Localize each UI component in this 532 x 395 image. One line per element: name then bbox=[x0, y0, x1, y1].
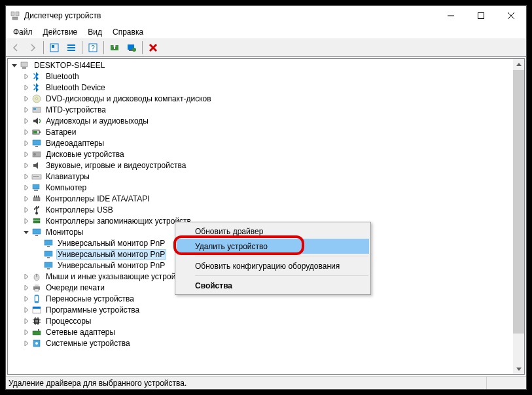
tree-node[interactable]: DVD-дисководы и дисководы компакт-дисков bbox=[8, 93, 513, 104]
expander-icon[interactable] bbox=[21, 218, 31, 224]
svg-rect-64 bbox=[35, 320, 38, 322]
device-icon bbox=[31, 94, 42, 104]
expander-icon[interactable] bbox=[21, 196, 31, 202]
tree-node[interactable]: Системные устройства bbox=[8, 337, 513, 349]
tree-node[interactable]: MTD-устройства bbox=[8, 104, 513, 115]
close-button[interactable] bbox=[496, 6, 526, 26]
back-button[interactable] bbox=[8, 40, 24, 56]
update-driver-button[interactable] bbox=[107, 40, 122, 56]
svg-rect-46 bbox=[33, 229, 41, 234]
tree-node[interactable]: Аудиовходы и аудиовыходы bbox=[8, 115, 513, 126]
toolbar: ? bbox=[6, 39, 526, 57]
device-icon bbox=[31, 216, 42, 226]
tree-node[interactable]: Сетевые адаптеры bbox=[8, 326, 513, 337]
tree-node[interactable]: Компьютер bbox=[8, 182, 513, 193]
tree-node-label: Bluetooth Device bbox=[44, 83, 107, 92]
device-icon bbox=[31, 127, 42, 137]
svg-rect-39 bbox=[33, 198, 40, 201]
ctx-properties[interactable]: Свойства bbox=[177, 278, 369, 293]
minimize-button[interactable] bbox=[436, 6, 466, 26]
tree-node[interactable]: Видеоадаптеры bbox=[8, 137, 513, 148]
svg-rect-73 bbox=[33, 331, 41, 335]
svg-rect-2 bbox=[12, 17, 18, 20]
expander-icon[interactable] bbox=[21, 207, 31, 213]
scroll-thumb[interactable] bbox=[513, 70, 524, 334]
scan-hardware-button[interactable] bbox=[124, 40, 139, 56]
device-tree-panel: DESKTOP-SI44EEL BluetoothBluetooth Devic… bbox=[7, 58, 525, 375]
tree-node[interactable]: Звуковые, игровые и видеоустройства bbox=[8, 160, 513, 171]
expander-icon[interactable] bbox=[9, 62, 20, 69]
show-hidden-button[interactable] bbox=[46, 40, 62, 56]
menu-help[interactable]: Справка bbox=[108, 26, 148, 38]
svg-rect-30 bbox=[35, 146, 38, 147]
forward-button[interactable] bbox=[25, 40, 41, 56]
tree-node[interactable]: Процессоры bbox=[8, 315, 513, 326]
scroll-down-button[interactable] bbox=[513, 363, 524, 374]
svg-rect-40 bbox=[34, 196, 35, 198]
menu-bar: Файл Действие Вид Справка bbox=[6, 26, 526, 39]
tree-node-label: Процессоры bbox=[44, 317, 93, 326]
scroll-up-button[interactable] bbox=[513, 59, 524, 70]
expander-icon[interactable] bbox=[21, 318, 31, 324]
device-icon bbox=[31, 283, 42, 293]
expander-icon[interactable] bbox=[21, 184, 31, 191]
svg-rect-8 bbox=[52, 45, 54, 48]
tree-node-label: Мыши и иные указывающие устройства bbox=[44, 272, 193, 281]
vertical-scrollbar[interactable] bbox=[513, 59, 524, 374]
tree-root[interactable]: DESKTOP-SI44EEL bbox=[8, 60, 513, 71]
expander-icon[interactable] bbox=[21, 229, 31, 235]
expander-icon[interactable] bbox=[21, 73, 31, 80]
tree-node[interactable]: Контроллеры USB bbox=[8, 204, 513, 215]
svg-rect-53 bbox=[47, 268, 50, 269]
device-icon bbox=[31, 82, 42, 93]
tree-node[interactable]: Контроллеры IDE ATA/ATAPI bbox=[8, 193, 513, 204]
tree-node[interactable]: Bluetooth bbox=[8, 71, 513, 82]
expander-icon[interactable] bbox=[21, 84, 31, 91]
device-tree[interactable]: DESKTOP-SI44EEL BluetoothBluetooth Devic… bbox=[8, 59, 513, 374]
svg-rect-48 bbox=[44, 240, 52, 245]
expander-icon[interactable] bbox=[21, 151, 31, 158]
ctx-uninstall-device[interactable]: Удалить устройство bbox=[177, 239, 369, 254]
menu-action[interactable]: Действие bbox=[39, 26, 82, 38]
maximize-button[interactable] bbox=[466, 6, 496, 26]
device-icon bbox=[31, 105, 42, 115]
help-button[interactable]: ? bbox=[85, 40, 101, 56]
tree-node-label: Универсальный монитор PnP bbox=[56, 249, 166, 260]
expander-icon[interactable] bbox=[21, 284, 31, 291]
expander-icon[interactable] bbox=[21, 95, 31, 102]
device-icon bbox=[31, 138, 42, 148]
tree-node-label: Очереди печати bbox=[44, 283, 106, 292]
ctx-update-driver[interactable]: Обновить драйвер bbox=[177, 224, 369, 239]
uninstall-button[interactable] bbox=[145, 40, 161, 56]
tree-node[interactable]: Bluetooth Device bbox=[8, 82, 513, 93]
expander-icon[interactable] bbox=[21, 307, 31, 313]
expander-icon[interactable] bbox=[21, 173, 31, 180]
expander-icon[interactable] bbox=[21, 140, 31, 146]
menu-view[interactable]: Вид bbox=[83, 26, 107, 38]
svg-rect-60 bbox=[35, 296, 38, 301]
tree-node-label: Аудиовходы и аудиовыходы bbox=[44, 116, 150, 126]
svg-rect-9 bbox=[67, 44, 75, 46]
tree-node[interactable]: Дисковые устройства bbox=[8, 148, 513, 160]
expander-icon[interactable] bbox=[21, 296, 31, 302]
expander-icon[interactable] bbox=[21, 118, 31, 124]
expander-icon[interactable] bbox=[21, 340, 31, 347]
scroll-track[interactable] bbox=[513, 70, 524, 363]
expander-icon[interactable] bbox=[21, 107, 31, 113]
ctx-scan-hardware[interactable]: Обновить конфигурацию оборудования bbox=[177, 258, 369, 273]
view-button[interactable] bbox=[63, 40, 79, 56]
device-icon bbox=[43, 260, 54, 271]
expander-icon[interactable] bbox=[21, 162, 31, 169]
device-icon bbox=[31, 71, 42, 82]
tree-node[interactable]: Клавиатуры bbox=[8, 171, 513, 182]
svg-rect-0 bbox=[11, 12, 14, 16]
tree-node-label: Системные устройства bbox=[44, 339, 132, 348]
tree-node[interactable]: Программные устройства bbox=[8, 304, 513, 315]
device-icon bbox=[31, 271, 42, 282]
menu-file[interactable]: Файл bbox=[9, 26, 37, 38]
expander-icon[interactable] bbox=[21, 273, 31, 280]
expander-icon[interactable] bbox=[21, 129, 31, 135]
expander-icon[interactable] bbox=[21, 329, 31, 335]
tree-node[interactable]: Батареи bbox=[8, 126, 513, 137]
tree-node-label: Видеоадаптеры bbox=[44, 139, 105, 148]
